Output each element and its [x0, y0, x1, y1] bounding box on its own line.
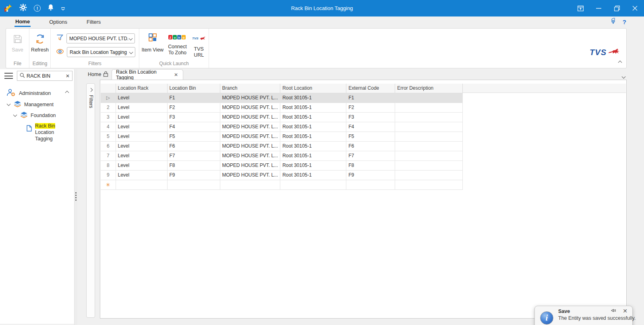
row-indicator[interactable]: 6: [101, 141, 116, 151]
grid-cell[interactable]: F9: [346, 170, 395, 180]
grid-cell[interactable]: MOPED HOUSE PVT. L...: [220, 141, 280, 151]
app-logo-icon[interactable]: [4, 4, 12, 12]
row-indicator[interactable]: 8: [101, 160, 116, 170]
grid-cell[interactable]: [395, 93, 463, 103]
grid-cell[interactable]: F8: [167, 160, 220, 170]
grid-cell[interactable]: F2: [167, 103, 220, 112]
restore-button[interactable]: [608, 0, 626, 16]
row-indicator[interactable]: 2: [101, 103, 116, 112]
grid-cell[interactable]: Level: [116, 141, 167, 151]
grid-cell[interactable]: [395, 160, 463, 170]
company-filter-dropdown[interactable]: MOPED HOUSE PVT. LTD.: [66, 33, 135, 43]
grid-cell[interactable]: Level: [116, 151, 167, 160]
clear-search-icon[interactable]: ✕: [66, 73, 70, 79]
grid-cell[interactable]: [395, 132, 463, 141]
grid-cell[interactable]: Level: [116, 170, 167, 180]
theme-brush-icon[interactable]: [610, 18, 616, 26]
column-header[interactable]: Error Description: [395, 84, 463, 93]
tab-list-chevron-icon[interactable]: [622, 72, 625, 80]
tab-home[interactable]: Home: [85, 69, 104, 79]
grid-cell[interactable]: Root 30105-1: [280, 122, 346, 132]
grid-cell[interactable]: MOPED HOUSE PVT. L...: [220, 160, 280, 170]
column-header[interactable]: Root Location: [280, 84, 346, 93]
save-button[interactable]: Save: [6, 29, 29, 53]
connect-to-zoho-button[interactable]: Z o h o Connect To Zoho: [166, 33, 189, 58]
row-indicator[interactable]: ✳: [101, 180, 116, 189]
grid-cell[interactable]: [395, 112, 463, 122]
tvs-url-button[interactable]: TVS TVS URL: [189, 33, 209, 58]
grid-cell[interactable]: [220, 180, 280, 189]
menu-tab-home[interactable]: Home: [14, 17, 31, 27]
grid-cell[interactable]: [167, 180, 220, 189]
column-header[interactable]: Location Bin: [167, 84, 220, 93]
grid-cell[interactable]: Level: [116, 93, 167, 103]
grid-cell[interactable]: Level: [116, 122, 167, 132]
row-indicator[interactable]: 9: [101, 170, 116, 180]
grid-cell[interactable]: F5: [346, 132, 395, 141]
row-indicator[interactable]: ▷: [101, 93, 116, 103]
grid-cell[interactable]: F4: [167, 122, 220, 132]
column-header[interactable]: Branch: [220, 84, 280, 93]
close-button[interactable]: [626, 0, 644, 16]
menu-tab-filters[interactable]: Filters: [86, 17, 101, 26]
grid-cell[interactable]: Root 30105-1: [280, 170, 346, 180]
grid-cell[interactable]: Root 30105-1: [280, 93, 346, 103]
grid-cell[interactable]: MOPED HOUSE PVT. L...: [220, 151, 280, 160]
grid-cell[interactable]: MOPED HOUSE PVT. L...: [220, 103, 280, 112]
grid-cell[interactable]: F1: [167, 93, 220, 103]
close-tab-icon[interactable]: ✕: [173, 72, 179, 78]
grid-cell[interactable]: F7: [346, 151, 395, 160]
grid-cell[interactable]: [395, 141, 463, 151]
alerts-icon[interactable]: !: [34, 5, 41, 12]
titlebar-menu-chevron-icon[interactable]: [61, 5, 65, 12]
grid-cell[interactable]: [395, 151, 463, 160]
grid-cell[interactable]: MOPED HOUSE PVT. L...: [220, 112, 280, 122]
grid-cell[interactable]: Root 30105-1: [280, 151, 346, 160]
minimize-button[interactable]: [590, 0, 608, 16]
refresh-button[interactable]: Refresh: [29, 29, 50, 53]
item-view-button[interactable]: Item View: [139, 33, 166, 58]
grid-cell[interactable]: F4: [346, 122, 395, 132]
pin-toast-icon[interactable]: [611, 309, 616, 316]
sidebar-splitter[interactable]: [74, 69, 77, 325]
chevron-down-icon[interactable]: [13, 113, 17, 117]
search-input[interactable]: [27, 73, 64, 79]
grid-cell[interactable]: Root 30105-1: [280, 141, 346, 151]
sidebar-item-management[interactable]: Management: [7, 101, 54, 109]
hamburger-menu-icon[interactable]: [4, 73, 13, 79]
notifications-bell-icon[interactable]: [48, 4, 54, 12]
tab-rack-bin-location-tagging[interactable]: Rack Bin Location Tagging ✕: [112, 69, 183, 80]
expand-filters-icon[interactable]: [89, 88, 93, 92]
grid-cell[interactable]: F7: [167, 151, 220, 160]
grid-cell[interactable]: F3: [346, 112, 395, 122]
grid-cell[interactable]: Root 30105-1: [280, 160, 346, 170]
grid-cell[interactable]: F3: [167, 112, 220, 122]
close-toast-icon[interactable]: ✕: [623, 308, 627, 314]
grid-cell[interactable]: Root 30105-1: [280, 132, 346, 141]
help-icon[interactable]: ?: [623, 19, 626, 25]
grid-cell[interactable]: Level: [116, 132, 167, 141]
chevron-down-icon[interactable]: [7, 102, 11, 106]
sidebar-item-rack-bin-location-tagging[interactable]: Rack Bin Location Tagging: [27, 123, 73, 142]
grid-cell[interactable]: F5: [167, 132, 220, 141]
grid-cell[interactable]: F2: [346, 103, 395, 112]
sidebar-item-administration[interactable]: Administration: [6, 88, 71, 98]
column-header[interactable]: External Code: [346, 84, 395, 93]
chevron-up-icon[interactable]: [65, 91, 69, 95]
grid-cell[interactable]: [395, 122, 463, 132]
grid-cell[interactable]: MOPED HOUSE PVT. L...: [220, 170, 280, 180]
grid-cell[interactable]: Level: [116, 160, 167, 170]
settings-gear-icon[interactable]: [19, 4, 27, 13]
row-indicator[interactable]: 5: [101, 132, 116, 141]
row-indicator[interactable]: 4: [101, 122, 116, 132]
grid-cell[interactable]: MOPED HOUSE PVT. L...: [220, 122, 280, 132]
grid-cell[interactable]: F6: [167, 141, 220, 151]
grid-cell[interactable]: MOPED HOUSE PVT. L...: [220, 132, 280, 141]
grid-cell[interactable]: [395, 103, 463, 112]
filters-side-panel[interactable]: Filters: [86, 83, 95, 318]
grid-cell[interactable]: F8: [346, 160, 395, 170]
grid-cell[interactable]: [395, 180, 463, 189]
grid-cell[interactable]: [346, 180, 395, 189]
grid-cell[interactable]: [116, 180, 167, 189]
grid-cell[interactable]: F9: [167, 170, 220, 180]
